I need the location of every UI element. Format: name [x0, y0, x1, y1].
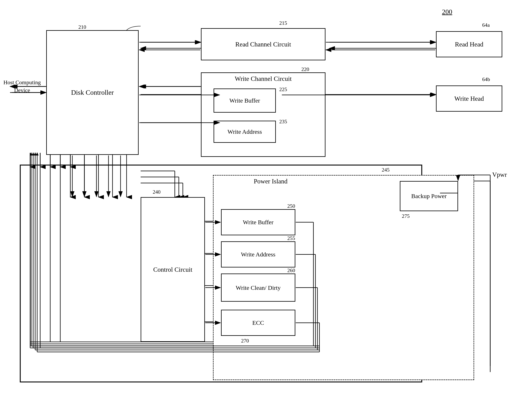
power-island-label: Power Island: [254, 177, 287, 185]
read-channel-box: Read Channel Circuit: [201, 28, 325, 60]
ref-245: 245: [382, 167, 390, 173]
backup-power-box: Backup Power: [400, 181, 458, 211]
write-address-top-box: Write Address: [214, 121, 276, 143]
ref-64a: 64a: [482, 22, 490, 28]
write-channel-label: Write Channel Circuit: [203, 75, 323, 82]
ref-200: 200: [442, 8, 452, 16]
ref-210: 210: [78, 24, 86, 30]
ref-275: 275: [402, 213, 410, 219]
svg-marker-93: [34, 152, 37, 156]
ref-215: 215: [279, 20, 287, 26]
ecc-box: ECC: [221, 310, 295, 336]
svg-marker-91: [30, 152, 32, 156]
host-computing-label: Host Computing Device: [2, 78, 42, 94]
svg-marker-92: [32, 152, 35, 156]
ref-225: 225: [279, 86, 287, 92]
write-buffer-bottom-box: Write Buffer: [221, 209, 295, 235]
ref-64b: 64b: [482, 76, 490, 82]
read-head-box: Read Head: [436, 31, 502, 57]
ref-260: 260: [287, 268, 295, 274]
write-channel-box: Write Channel Circuit Write Buffer Write…: [201, 72, 325, 157]
write-head-box: Write Head: [436, 85, 502, 112]
ref-220: 220: [301, 66, 309, 72]
ref-235: 235: [279, 119, 287, 125]
disk-controller-box: Disk Controller: [46, 30, 139, 155]
write-clean-box: Write Clean/ Dirty: [221, 274, 295, 302]
ref-240: 240: [153, 189, 160, 195]
vpwr-label: Vpwr: [492, 171, 507, 178]
ref-255: 255: [287, 235, 295, 241]
control-circuit-box: Control Circuit: [141, 197, 205, 342]
write-address-bottom-box: Write Address: [221, 241, 295, 268]
write-buffer-top-box: Write Buffer: [214, 88, 276, 113]
ref-270: 270: [241, 338, 249, 344]
svg-marker-94: [36, 152, 38, 156]
ref-250: 250: [287, 203, 295, 209]
